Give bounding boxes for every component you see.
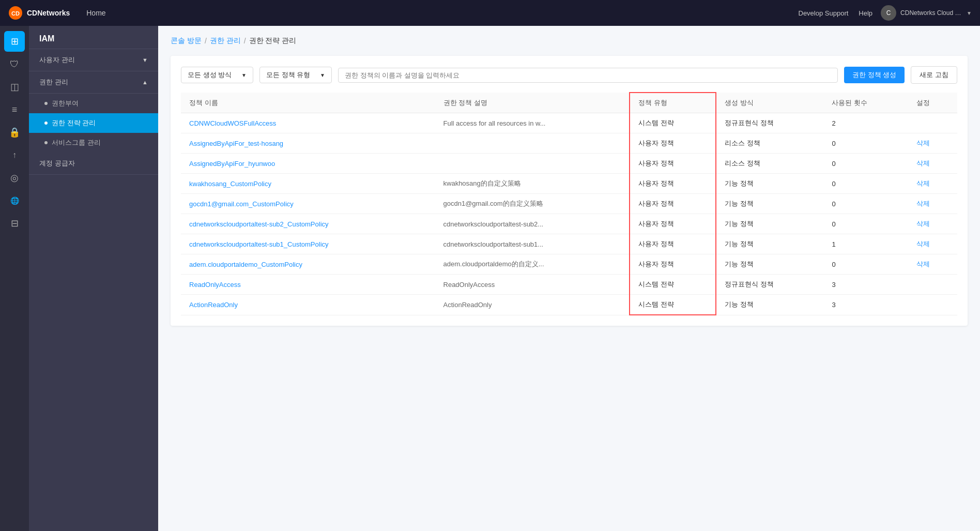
dot-icon <box>44 102 48 105</box>
logo[interactable]: CD CDNetworks <box>8 6 70 20</box>
table-header: 정책 이름 권한 정책 설명 정책 유형 생성 방식 사용된 횟수 설정 <box>181 93 957 113</box>
sidebar-item-permission-management[interactable]: 권한 관리 ▲ <box>29 71 158 94</box>
usage-count: 0 <box>823 214 908 234</box>
sidebar-item-label: 사용자 관리 <box>39 55 75 65</box>
sidebar-item-label: 계정 공급자 <box>39 159 75 168</box>
sidebar-icon-upload[interactable]: ↑ <box>4 145 25 165</box>
sidebar-icon-globe[interactable]: 🌐 <box>4 190 25 211</box>
chevron-up-icon: ▲ <box>142 79 148 85</box>
delete-button[interactable]: 삭제 <box>916 179 930 187</box>
sidebar-icon-grid[interactable]: ⊞ <box>4 31 25 52</box>
settings-cell <box>908 295 957 315</box>
breadcrumb-separator: / <box>205 37 207 45</box>
table-row: AssignedByApiFor_test-hosang사용자 정책리소스 정책… <box>181 133 957 154</box>
breadcrumb-link-permission[interactable]: 권한 관리 <box>210 36 241 45</box>
delete-button[interactable]: 삭제 <box>916 139 930 147</box>
creation-method: 리소스 정책 <box>716 154 823 174</box>
breadcrumb: 콘솔 방문 / 권한 관리 / 권한 전략 관리 <box>171 36 968 45</box>
delete-button[interactable]: 삭제 <box>916 200 930 207</box>
delete-button[interactable]: 삭제 <box>916 260 930 268</box>
sidebar-sub-item-service-group[interactable]: 서비스그룹 관리 <box>29 133 158 153</box>
toolbar: 모든 생성 방식 ▼ 모든 정책 유형 ▼ 권한 정책 생성 새로 고침 <box>181 66 957 84</box>
table-row: kwakhosang_CustomPolicykwakhosang的自定义策略사… <box>181 174 957 194</box>
sidebar-sub-item-label: 권한 전략 관리 <box>52 118 96 128</box>
creation-method: 기능 정책 <box>716 214 823 234</box>
col-usage-count: 사용된 횟수 <box>823 93 908 113</box>
policy-name-link[interactable]: CDNWCloudWOSFullAccess <box>189 119 276 127</box>
delete-button[interactable]: 삭제 <box>916 159 930 167</box>
usage-count: 1 <box>823 234 908 254</box>
usage-count: 0 <box>823 254 908 275</box>
policy-desc: cdnetworkscloudportaltest-sub2... <box>435 214 630 234</box>
policy-type: 사용자 정책 <box>630 174 716 194</box>
policy-desc <box>435 133 630 154</box>
usage-count: 0 <box>823 133 908 154</box>
policy-type: 사용자 정책 <box>630 214 716 234</box>
chevron-down-icon: ▼ <box>142 57 148 63</box>
sidebar-icon-table[interactable]: ⊟ <box>4 213 25 234</box>
settings-cell: 삭제 <box>908 214 957 234</box>
help-link[interactable]: Help <box>859 9 872 17</box>
sidebar-icon-layers[interactable]: ◫ <box>4 77 25 97</box>
policy-name-link[interactable]: AssignedByApiFor_test-hosang <box>189 140 283 147</box>
sidebar-item-user-management[interactable]: 사용자 관리 ▼ <box>29 49 158 71</box>
sidebar-icon-shield[interactable]: 🛡 <box>4 54 25 74</box>
home-link[interactable]: Home <box>80 9 112 17</box>
table-row: cdnetworkscloudportaltest-sub2_CustomPol… <box>181 214 957 234</box>
settings-cell <box>908 113 957 133</box>
create-policy-button[interactable]: 권한 정책 생성 <box>844 67 905 83</box>
policy-type: 사용자 정책 <box>630 254 716 275</box>
creation-method: 기능 정책 <box>716 254 823 275</box>
usage-count: 2 <box>823 113 908 133</box>
icon-sidebar: ⊞ 🛡 ◫ ≡ 🔒 ↑ ◎ 🌐 ⊟ <box>0 26 29 531</box>
policy-name-link[interactable]: ActionReadOnly <box>189 301 238 309</box>
settings-cell: 삭제 <box>908 234 957 254</box>
col-policy-name: 정책 이름 <box>181 93 435 113</box>
table: 정책 이름 권한 정책 설명 정책 유형 생성 방식 사용된 횟수 설정 CDN… <box>181 92 957 315</box>
policy-desc: cdnetworkscloudportaltest-sub1... <box>435 234 630 254</box>
col-creation-method: 생성 방식 <box>716 93 823 113</box>
filter-policy-type[interactable]: 모든 정책 유형 ▼ <box>259 67 332 83</box>
creation-method: 기능 정책 <box>716 234 823 254</box>
sidebar-icon-security[interactable]: 🔒 <box>4 122 25 143</box>
policy-name-link[interactable]: gocdn1@gmail.com_CustomPolicy <box>189 200 294 208</box>
policy-name-link[interactable]: kwakhosang_CustomPolicy <box>189 180 271 188</box>
policy-desc: Full access for all resources in w... <box>435 113 630 133</box>
svg-text:CD: CD <box>11 10 20 17</box>
logo-icon: CD <box>8 6 23 20</box>
delete-button[interactable]: 삭제 <box>916 240 930 248</box>
settings-cell: 삭제 <box>908 133 957 154</box>
settings-cell: 삭제 <box>908 154 957 174</box>
policy-name-link[interactable]: cdnetworkscloudportaltest-sub1_CustomPol… <box>189 240 329 248</box>
breadcrumb-link-console[interactable]: 콘솔 방문 <box>171 36 202 45</box>
search-input[interactable] <box>338 68 838 83</box>
policy-name-link[interactable]: AssignedByApiFor_hyunwoo <box>189 160 275 168</box>
filter-creation-method[interactable]: 모든 생성 방식 ▼ <box>181 67 253 83</box>
app-layout: ⊞ 🛡 ◫ ≡ 🔒 ↑ ◎ 🌐 ⊟ IAM 사용자 관리 ▼ 권한 관리 ▲ 권… <box>0 26 980 531</box>
sidebar-item-label: 권한 관리 <box>39 78 68 87</box>
policy-name-link[interactable]: cdnetworkscloudportaltest-sub2_CustomPol… <box>189 220 329 228</box>
creation-method: 기능 정책 <box>716 295 823 315</box>
policy-type: 시스템 전략 <box>630 275 716 295</box>
user-profile[interactable]: C CDNetworks Cloud Po... ▼ <box>881 5 972 21</box>
sidebar-item-account-provider[interactable]: 계정 공급자 <box>29 153 158 175</box>
policy-desc: adem.cloudportaldemo的自定义... <box>435 254 630 275</box>
table-row: CDNWCloudWOSFullAccessFull access for al… <box>181 113 957 133</box>
sidebar-icon-monitor[interactable]: ◎ <box>4 168 25 188</box>
table-row: AssignedByApiFor_hyunwoo사용자 정책리소스 정책0삭제 <box>181 154 957 174</box>
nav-links: Develop Support Help <box>799 9 873 17</box>
settings-cell <box>908 275 957 295</box>
table-row: ReadOnlyAccessReadOnlyAccess시스템 전략정규표현식 … <box>181 275 957 295</box>
sidebar-sub-item-permission-grant[interactable]: 권한부여 <box>29 94 158 113</box>
policy-desc: ReadOnlyAccess <box>435 275 630 295</box>
table-body: CDNWCloudWOSFullAccessFull access for al… <box>181 113 957 315</box>
delete-button[interactable]: 삭제 <box>916 220 930 227</box>
policy-name-link[interactable]: ReadOnlyAccess <box>189 281 241 289</box>
refresh-button[interactable]: 새로 고침 <box>911 66 957 84</box>
develop-support-link[interactable]: Develop Support <box>799 9 849 17</box>
policy-name-link[interactable]: adem.cloudportaldemo_CustomPolicy <box>189 261 302 268</box>
chevron-down-icon: ▼ <box>967 10 972 16</box>
breadcrumb-current: 권한 전략 관리 <box>249 36 297 45</box>
sidebar-sub-item-policy-management[interactable]: 권한 전략 관리 <box>29 113 158 133</box>
sidebar-icon-list[interactable]: ≡ <box>4 99 25 120</box>
